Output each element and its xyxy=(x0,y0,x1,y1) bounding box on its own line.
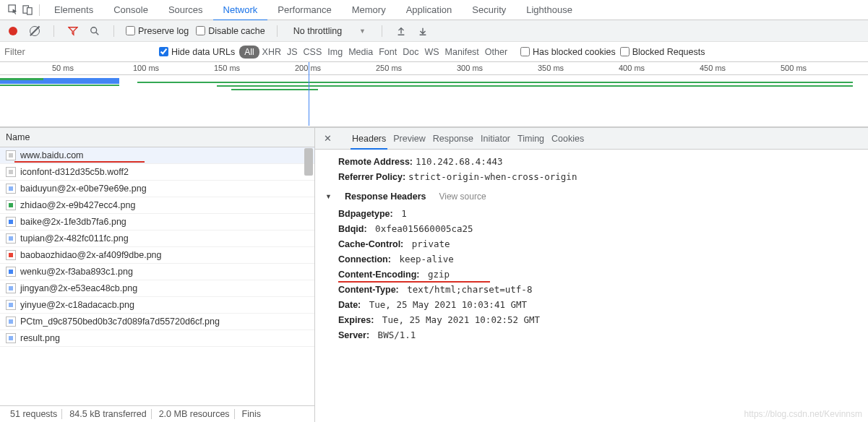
timeline-tick: 250 ms xyxy=(376,64,402,72)
filter-type-css[interactable]: CSS xyxy=(301,46,325,59)
filter-type-other[interactable]: Other xyxy=(482,46,510,59)
filter-type-all[interactable]: All xyxy=(239,46,259,59)
filter-type-ws[interactable]: WS xyxy=(421,46,442,59)
timeline-bar xyxy=(137,82,853,83)
request-name: zhidao@2x-e9b427ecc4.png xyxy=(20,200,135,210)
request-row[interactable]: yinyue@2x-c18adacacb.png xyxy=(0,297,314,314)
request-row[interactable]: www.baidu.com xyxy=(0,147,314,164)
search-icon[interactable] xyxy=(87,22,102,40)
inspect-icon[interactable] xyxy=(6,1,20,19)
tab-console[interactable]: Console xyxy=(103,0,158,20)
timeline-tick: 400 ms xyxy=(619,64,645,72)
request-name: www.baidu.com xyxy=(20,150,84,160)
timeline-bar xyxy=(217,85,853,87)
upload-icon[interactable] xyxy=(394,22,408,40)
disable-cache-label: Disable cache xyxy=(208,26,265,36)
response-headers-section[interactable]: ▼Response HeadersView source xyxy=(325,184,858,206)
request-name: tupian@2x-482fc011fc.png xyxy=(20,233,129,244)
filter-type-doc[interactable]: Doc xyxy=(400,46,421,59)
tab-elements[interactable]: Elements xyxy=(44,0,103,20)
header-value: gzip xyxy=(419,269,450,280)
tab-memory[interactable]: Memory xyxy=(342,0,396,20)
request-row[interactable]: baiduyun@2x-e0be79e69e.png xyxy=(0,181,314,197)
detail-body: Remote Address:110.242.68.4:443 Referrer… xyxy=(315,150,868,422)
detail-tab-timing[interactable]: Timing xyxy=(516,129,546,148)
clear-button[interactable] xyxy=(27,22,42,40)
filter-type-xhr[interactable]: XHR xyxy=(259,46,284,59)
file-icon xyxy=(6,217,16,227)
preserve-log-checkbox[interactable]: Preserve log xyxy=(126,26,189,36)
request-row[interactable]: baike@2x-1fe3db7fa6.png xyxy=(0,214,314,231)
header-key: Bdqid: xyxy=(338,224,367,234)
tab-application[interactable]: Application xyxy=(396,0,463,20)
disable-cache-checkbox[interactable]: Disable cache xyxy=(196,26,265,36)
tab-lighthouse[interactable]: Lighthouse xyxy=(516,0,583,20)
timeline-bar xyxy=(231,89,318,90)
header-value: text/html;charset=utf-8 xyxy=(399,284,533,295)
request-row[interactable]: jingyan@2x-e53eac48cb.png xyxy=(0,280,314,297)
filter-type-media[interactable]: Media xyxy=(345,46,376,59)
filter-type-font[interactable]: Font xyxy=(376,46,400,59)
tab-performance[interactable]: Performance xyxy=(267,0,341,20)
response-header-row: Server: BWS/1.1 xyxy=(338,327,858,343)
separator xyxy=(277,25,278,37)
filter-type-js[interactable]: JS xyxy=(284,46,301,59)
status-transferred: 84.5 kB transferred xyxy=(65,409,151,419)
svg-point-3 xyxy=(91,27,97,33)
request-list-panel: Name www.baidu.comiconfont-d312d35c5b.wo… xyxy=(0,128,315,422)
request-row[interactable]: tupian@2x-482fc011fc.png xyxy=(0,231,314,247)
file-icon xyxy=(6,283,16,293)
request-row[interactable]: zhidao@2x-e9b427ecc4.png xyxy=(0,197,314,214)
tab-sources[interactable]: Sources xyxy=(158,0,213,20)
detail-tab-preview[interactable]: Preview xyxy=(392,129,426,148)
device-icon[interactable] xyxy=(20,1,35,19)
list-header-name[interactable]: Name xyxy=(0,128,314,147)
filter-type-img[interactable]: Img xyxy=(325,46,345,59)
scrollbar-thumb[interactable] xyxy=(304,148,313,176)
request-name: wenku@2x-f3aba893c1.png xyxy=(20,267,133,277)
download-icon[interactable] xyxy=(416,22,430,40)
detail-tab-cookies[interactable]: Cookies xyxy=(550,129,585,148)
timeline-marker xyxy=(309,62,309,126)
detail-tabs: ✕ HeadersPreviewResponseInitiatorTimingC… xyxy=(315,128,868,150)
throttling-select[interactable]: No throttling▼ xyxy=(289,26,370,36)
request-row[interactable]: baobaozhidao@2x-af409f9dbe.png xyxy=(0,247,314,264)
timeline[interactable]: 50 ms100 ms150 ms200 ms250 ms300 ms350 m… xyxy=(0,62,868,127)
timeline-bar xyxy=(0,85,119,86)
filter-icon[interactable] xyxy=(66,22,80,40)
separator xyxy=(382,25,382,37)
filter-type-manifest[interactable]: Manifest xyxy=(442,46,482,59)
svg-rect-2 xyxy=(27,8,32,14)
request-row[interactable]: result.png xyxy=(0,330,314,347)
referrer-policy: Referrer Policy:strict-origin-when-cross… xyxy=(325,169,858,184)
request-row[interactable]: iconfont-d312d35c5b.woff2 xyxy=(0,164,314,181)
timeline-bar xyxy=(0,78,43,80)
timeline-body xyxy=(0,75,868,126)
svg-line-4 xyxy=(96,32,99,35)
blocked-requests-checkbox[interactable]: Blocked Requests xyxy=(620,47,705,57)
view-source-link[interactable]: View source xyxy=(439,191,486,202)
detail-tab-initiator[interactable]: Initiator xyxy=(479,129,512,148)
chevron-down-icon: ▼ xyxy=(325,193,332,200)
response-header-row: Content-Encoding: gzip xyxy=(338,267,858,282)
header-key: Cache-Control: xyxy=(338,239,403,249)
header-key: Server: xyxy=(338,330,369,340)
request-row[interactable]: wenku@2x-f3aba893c1.png xyxy=(0,264,314,280)
detail-tab-response[interactable]: Response xyxy=(431,129,475,148)
file-icon xyxy=(6,333,16,343)
close-icon[interactable]: ✕ xyxy=(318,133,338,144)
hide-data-urls-checkbox[interactable]: Hide data URLs xyxy=(159,47,235,57)
header-value: Tue, 25 May 2021 10:03:41 GMT xyxy=(361,299,527,310)
header-key: Content-Encoding: xyxy=(338,270,419,280)
filter-input[interactable] xyxy=(3,43,155,60)
detail-tab-headers[interactable]: Headers xyxy=(351,129,387,150)
hide-data-urls-label: Hide data URLs xyxy=(171,47,235,57)
record-button[interactable] xyxy=(6,22,20,40)
tab-security[interactable]: Security xyxy=(462,0,516,20)
blocked-cookies-checkbox[interactable]: Has blocked cookies xyxy=(520,47,616,57)
tab-network[interactable]: Network xyxy=(213,0,268,21)
referrer-policy-label: Referrer Policy: xyxy=(338,172,405,182)
blocked-requests-label: Blocked Requests xyxy=(632,47,705,57)
request-row[interactable]: PCtm_d9c8750bed0b3c7d089fa7d55720d6cf.pn… xyxy=(0,314,314,330)
response-header-row: Cache-Control: private xyxy=(338,236,858,251)
